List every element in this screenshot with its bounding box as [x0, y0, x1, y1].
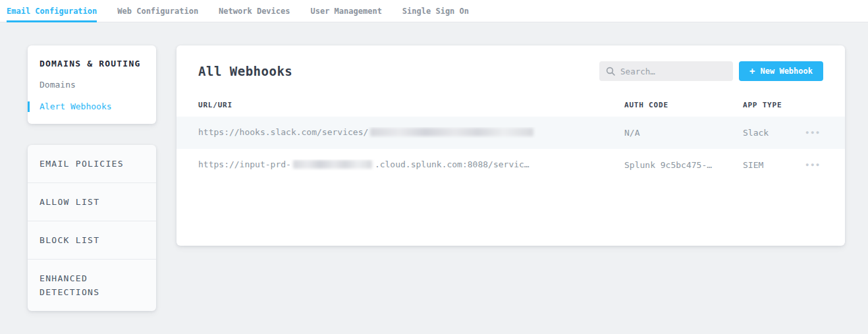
- search-box: [599, 61, 733, 81]
- sidebar-item-allow-list[interactable]: ALLOW LIST: [28, 183, 156, 221]
- sidebar-item-alert-webhooks[interactable]: Alert Webhooks: [28, 101, 156, 112]
- all-webhooks-panel: All Webhooks + New Webhook URL/URI AUTH …: [176, 45, 845, 246]
- tab-single-sign-on[interactable]: Single Sign On: [402, 0, 469, 22]
- app-type-cell: Slack: [743, 128, 795, 138]
- search-icon: [606, 67, 615, 76]
- sidebar-item-domains[interactable]: Domains: [28, 80, 156, 90]
- webhook-url-suffix: .cloud.splunk.com:8088/servic…: [375, 159, 529, 169]
- page-title: All Webhooks: [198, 64, 292, 78]
- auth-code-cell: Splunk 9c5bc475-…: [624, 160, 743, 170]
- row-menu-ellipsis-icon[interactable]: ●●●: [803, 161, 824, 169]
- column-header-url: URL/URI: [198, 101, 624, 109]
- tab-network-devices[interactable]: Network Devices: [219, 0, 290, 22]
- new-webhook-button-label: New Webhook: [761, 67, 813, 76]
- plus-icon: +: [749, 67, 755, 76]
- tab-web-configuration[interactable]: Web Configuration: [117, 0, 198, 22]
- auth-code-cell: N/A: [624, 128, 743, 138]
- table-header-row: URL/URI AUTH CODE APP TYPE: [176, 93, 845, 117]
- webhook-url-cell: https://hooks.slack.com/services/: [198, 127, 624, 138]
- panel-header: All Webhooks + New Webhook: [176, 45, 845, 93]
- redacted-url-segment: [293, 160, 372, 169]
- header-actions: + New Webhook: [599, 61, 823, 81]
- new-webhook-button[interactable]: + New Webhook: [739, 61, 823, 81]
- sidebar-item-email-policies[interactable]: EMAIL POLICIES: [28, 145, 156, 183]
- sidebar-item-enhanced-detections[interactable]: ENHANCED DETECTIONS: [28, 260, 156, 311]
- domains-routing-header: DOMAINS & ROUTING: [28, 59, 156, 69]
- row-actions: ●●●: [795, 161, 824, 169]
- sidebar-sections-card: EMAIL POLICIES ALLOW LIST BLOCK LIST ENH…: [28, 145, 156, 311]
- table-row: https://input-prd-.cloud.splunk.com:8088…: [176, 149, 845, 181]
- table-row: https://hooks.slack.com/services/ N/A Sl…: [176, 117, 845, 149]
- redacted-url-segment: [370, 128, 533, 136]
- column-header-app-type: APP TYPE: [743, 101, 795, 109]
- domains-routing-card: DOMAINS & ROUTING Domains Alert Webhooks: [28, 45, 156, 124]
- column-header-auth-code: AUTH CODE: [624, 101, 743, 109]
- webhook-url-cell: https://input-prd-.cloud.splunk.com:8088…: [198, 159, 624, 171]
- sidebar: DOMAINS & ROUTING Domains Alert Webhooks…: [28, 45, 156, 311]
- row-menu-ellipsis-icon[interactable]: ●●●: [803, 128, 824, 137]
- webhook-url-prefix: https://input-prd-: [198, 159, 291, 169]
- tab-email-configuration[interactable]: Email Configuration: [7, 0, 97, 22]
- search-input[interactable]: [620, 67, 726, 76]
- top-tab-bar: Email Configuration Web Configuration Ne…: [0, 0, 868, 22]
- row-actions: ●●●: [795, 128, 824, 137]
- tab-user-management[interactable]: User Management: [310, 0, 381, 22]
- webhook-url-prefix: https://hooks.slack.com/services/: [198, 127, 368, 137]
- sidebar-item-block-list[interactable]: BLOCK LIST: [28, 221, 156, 260]
- app-type-cell: SIEM: [743, 160, 795, 170]
